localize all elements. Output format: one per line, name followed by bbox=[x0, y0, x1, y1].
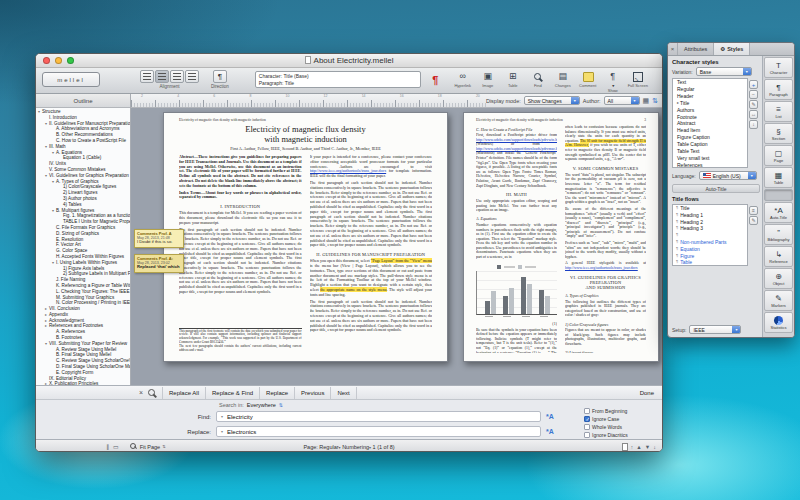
setup-select[interactable]: IEEE▾ bbox=[689, 325, 741, 334]
display-mode-select[interactable]: Show Changes▾ bbox=[524, 96, 580, 105]
checkbox[interactable] bbox=[584, 432, 590, 438]
stepper-icon[interactable]: ⇅ bbox=[279, 402, 283, 408]
align-center-button[interactable] bbox=[155, 70, 169, 83]
flow-list-button[interactable]: ≡ bbox=[749, 206, 758, 215]
replace-input[interactable]: ▾Electronics bbox=[216, 426, 541, 437]
checkbox[interactable] bbox=[584, 416, 590, 422]
document-proxy-icon[interactable] bbox=[305, 56, 311, 64]
page-3[interactable]: Electricity of magnetic flux density wit… bbox=[463, 112, 659, 362]
style-list-item[interactable]: ▸Table Text bbox=[673, 148, 747, 155]
search-option[interactable]: From Beginning bbox=[584, 407, 656, 415]
toolbar-button[interactable]: ▾ Comment bbox=[576, 70, 600, 93]
sort-arrows-icon[interactable]: ⇅ bbox=[652, 97, 658, 105]
find-action-button[interactable]: Replace bbox=[260, 387, 295, 399]
toolbar-button[interactable]: ⊞▾ Table bbox=[501, 70, 525, 93]
hyperlink[interactable]: http://www.ieee.org/authortools/trans_jo… bbox=[565, 266, 638, 270]
palette-tool-button[interactable]: ↳ Reference bbox=[764, 246, 793, 267]
title-flow-item[interactable]: ¶Table bbox=[673, 259, 747, 266]
show-invisibles-button[interactable]: ¶ bbox=[428, 72, 443, 87]
search-option[interactable]: Whole Words bbox=[584, 423, 656, 431]
style-indicator[interactable]: Character: Title (Base) Paragraph: Title bbox=[255, 71, 421, 88]
palette-tool-button[interactable]: ¶ Paragraph bbox=[764, 79, 793, 100]
checkbox[interactable] bbox=[584, 408, 590, 414]
palette-tool-button[interactable]: ✎ Markers bbox=[764, 290, 793, 311]
search-icon[interactable] bbox=[146, 388, 158, 398]
palette-tool-button[interactable]: Statistics bbox=[764, 312, 793, 333]
title-flow-item[interactable]: ¶ bbox=[673, 232, 747, 239]
toolbar-button[interactable]: ▤▾ Changes bbox=[551, 70, 575, 93]
palette-tool-button[interactable] bbox=[764, 189, 793, 201]
edit-style-button[interactable]: ✎ bbox=[749, 100, 758, 109]
title-flow-item[interactable]: ¶Equation bbox=[673, 246, 747, 253]
palette-tool-button[interactable]: ▢ Page bbox=[764, 145, 793, 166]
search-in-value[interactable]: Everywhere bbox=[247, 402, 276, 408]
align-right-button[interactable] bbox=[170, 70, 184, 83]
auto-title-section-header[interactable]: Auto-Title bbox=[672, 184, 760, 193]
search-option[interactable]: Ignore Diacritics bbox=[584, 431, 656, 439]
palette-tool-button[interactable]: *A Auto-Title bbox=[764, 202, 793, 223]
style-list-item[interactable]: ▸Figure Caption bbox=[673, 134, 747, 141]
toolbar-button[interactable]: ∞▾ Hyperlink bbox=[451, 70, 475, 93]
recent-searches-icon[interactable]: ▾ bbox=[221, 429, 223, 434]
language-select[interactable]: English (US)▾ bbox=[699, 171, 757, 180]
style-list-item[interactable]: ▸Very small text bbox=[673, 155, 747, 162]
variation-select[interactable]: Base▾ bbox=[696, 67, 752, 76]
style-list-item[interactable]: ▸Table Caption bbox=[673, 141, 747, 148]
toolbar-button[interactable]: ▾ Find bbox=[526, 70, 550, 93]
close-icon[interactable]: × bbox=[668, 43, 678, 55]
hyperlink[interactable]: http://www.adobe.com/support/downloads/p… bbox=[476, 138, 557, 142]
style-list-item[interactable]: ▸Footnote bbox=[673, 114, 747, 121]
document-viewport[interactable]: Electricity of magnetic flux density wit… bbox=[131, 108, 662, 385]
title-flow-item[interactable]: ¶Heading 3 bbox=[673, 225, 747, 232]
comment-note[interactable]: Comments Prof. A May 28, 2013, 21:48 I D… bbox=[134, 229, 184, 248]
style-list-item[interactable]: ▸Regular bbox=[673, 86, 747, 93]
align-justify-button[interactable] bbox=[185, 70, 199, 83]
comment-note[interactable]: Comments Prof. A: May 28, 2013, 23:02 Re… bbox=[134, 254, 184, 273]
tab-attributes[interactable]: Attributes bbox=[678, 43, 714, 55]
align-left-button[interactable] bbox=[140, 70, 154, 83]
page-1[interactable]: Electricity of magnetic flux density wit… bbox=[163, 112, 448, 362]
tab-styles[interactable]: ⚙Styles bbox=[714, 43, 750, 55]
find-action-button[interactable]: Previous bbox=[295, 387, 331, 399]
checkbox[interactable] bbox=[584, 424, 590, 430]
add-style-button[interactable]: + bbox=[749, 80, 758, 89]
toolbar-button[interactable]: ▾ Full Screen bbox=[626, 70, 650, 93]
title-flow-item[interactable]: ¶Non-numbered Parts bbox=[673, 239, 747, 246]
style-list-item[interactable]: ▸Head Item bbox=[673, 127, 747, 134]
grid-view-icon[interactable]: ▦ bbox=[643, 97, 650, 105]
palette-tool-button[interactable]: § Section bbox=[764, 123, 793, 144]
title-bar[interactable]: About Electricity.mellel bbox=[36, 54, 662, 68]
title-flow-item[interactable]: ¶Title bbox=[673, 205, 747, 212]
palette-tool-button[interactable]: ≡ List bbox=[764, 101, 793, 122]
text-options-icon[interactable]: *A bbox=[546, 413, 554, 420]
style-list-item[interactable]: ▸Header bbox=[673, 93, 747, 100]
style-list-item[interactable]: ▸Abstract bbox=[673, 120, 747, 127]
find-action-button[interactable]: Replace All bbox=[163, 387, 206, 399]
palette-tool-button[interactable]: T Character bbox=[764, 57, 793, 78]
toolbar-button[interactable]: ▣▾ Image bbox=[476, 70, 500, 93]
title-flow-item[interactable]: ¶Heading 1 bbox=[673, 212, 747, 219]
text-options-icon[interactable]: *A bbox=[546, 428, 554, 435]
import-style-button[interactable]: ↓ bbox=[749, 120, 758, 129]
done-button[interactable]: Done bbox=[640, 390, 654, 396]
toolbar-button[interactable]: ¶▾ Show bbox=[601, 70, 625, 93]
palette-tool-button[interactable]: ” Bibliography bbox=[764, 224, 793, 245]
flow-edit-button[interactable]: ✎ bbox=[749, 216, 758, 225]
remove-style-button[interactable]: − bbox=[749, 90, 758, 99]
palette-tool-button[interactable]: ▦ Table bbox=[764, 167, 793, 188]
author-select[interactable]: All▾ bbox=[604, 96, 640, 105]
transfer-style-button[interactable]: ↔ bbox=[749, 110, 758, 119]
style-list-item[interactable]: ▸Title bbox=[673, 100, 747, 107]
title-flow-item[interactable]: ¶Figure bbox=[673, 253, 747, 260]
figure-chart[interactable] bbox=[476, 264, 557, 319]
find-action-button[interactable]: Replace & Find bbox=[206, 387, 260, 399]
style-list-item[interactable]: ▸Text bbox=[673, 79, 747, 86]
search-option[interactable]: Ignore Case bbox=[584, 415, 656, 423]
direction-button[interactable]: ¶ bbox=[213, 70, 227, 83]
title-flow-item[interactable]: ¶Heading 2 bbox=[673, 219, 747, 226]
close-icon[interactable]: × bbox=[136, 389, 146, 396]
style-list-item[interactable]: ▸References bbox=[673, 162, 747, 168]
recent-searches-icon[interactable]: ▾ bbox=[221, 414, 223, 419]
find-input[interactable]: ▾Electricity bbox=[216, 411, 541, 422]
palette-tool-button[interactable]: ⊕ Object bbox=[764, 268, 793, 289]
